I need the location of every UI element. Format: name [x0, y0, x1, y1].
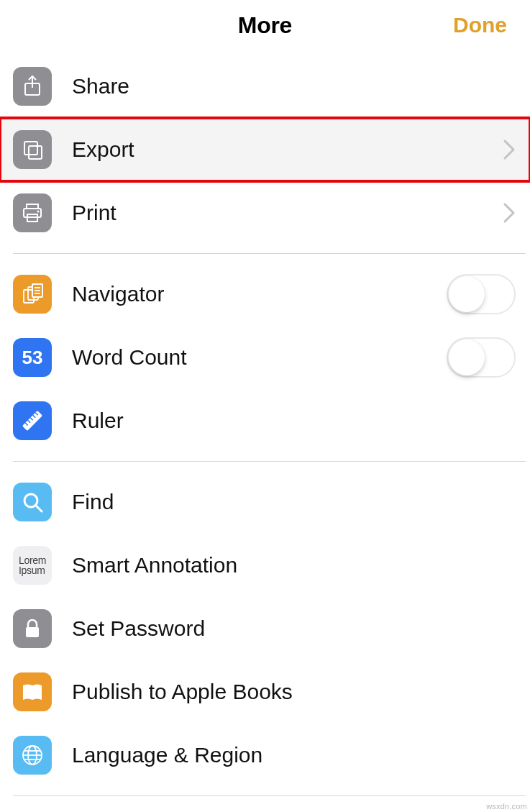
- page-title: More: [238, 12, 292, 39]
- row-ruler[interactable]: Ruler: [0, 389, 530, 452]
- row-language-label: Language & Region: [72, 743, 516, 767]
- divider: [13, 795, 526, 796]
- divider: [13, 461, 526, 462]
- toggle-word-count[interactable]: [447, 337, 516, 378]
- row-find[interactable]: Find: [0, 470, 530, 534]
- svg-rect-3: [29, 146, 42, 159]
- row-print[interactable]: Print: [0, 181, 530, 245]
- chevron-right-icon: [503, 139, 516, 160]
- row-smart-annotation-label: Smart Annotation: [72, 553, 516, 578]
- row-publish-label: Publish to Apple Books: [72, 680, 516, 704]
- export-icon: [13, 130, 52, 169]
- row-publish[interactable]: Publish to Apple Books: [0, 660, 530, 724]
- header: More Done: [0, 0, 530, 50]
- menu-list: Share Export Print: [0, 50, 530, 796]
- lorem-ipsum-icon-text: Lorem Ipsum: [16, 551, 49, 580]
- row-set-password[interactable]: Set Password: [0, 597, 530, 660]
- share-icon: [13, 67, 52, 106]
- smart-annotation-icon: Lorem Ipsum: [13, 546, 52, 585]
- book-icon: [13, 672, 52, 711]
- svg-rect-2: [24, 142, 37, 155]
- toggle-navigator[interactable]: [447, 274, 516, 314]
- row-export[interactable]: Export: [0, 118, 530, 181]
- svg-line-22: [36, 506, 42, 511]
- row-word-count[interactable]: 53 Word Count: [0, 326, 530, 389]
- row-export-label: Export: [72, 137, 503, 162]
- divider: [13, 253, 526, 254]
- chevron-right-icon: [503, 202, 516, 224]
- row-language[interactable]: Language & Region: [0, 724, 530, 787]
- ruler-icon: [13, 401, 52, 440]
- svg-rect-23: [26, 627, 39, 637]
- word-count-badge: 53: [22, 347, 43, 369]
- done-button[interactable]: Done: [453, 0, 507, 50]
- svg-point-7: [37, 211, 40, 213]
- navigator-icon: [13, 275, 52, 314]
- row-find-label: Find: [72, 490, 516, 514]
- find-icon: [13, 483, 52, 521]
- lock-icon: [13, 609, 52, 648]
- row-set-password-label: Set Password: [72, 616, 516, 641]
- row-word-count-label: Word Count: [72, 345, 447, 370]
- row-navigator-label: Navigator: [72, 282, 447, 306]
- row-navigator[interactable]: Navigator: [0, 263, 530, 326]
- row-ruler-label: Ruler: [72, 409, 516, 433]
- watermark: wsxdn.com: [486, 802, 527, 811]
- print-icon: [13, 193, 52, 232]
- row-smart-annotation[interactable]: Lorem Ipsum Smart Annotation: [0, 534, 530, 597]
- svg-rect-5: [24, 209, 41, 217]
- row-print-label: Print: [72, 201, 503, 225]
- row-share-label: Share: [72, 74, 516, 99]
- word-count-icon: 53: [13, 338, 52, 377]
- globe-icon: [13, 736, 52, 775]
- svg-rect-15: [22, 411, 42, 431]
- row-share[interactable]: Share: [0, 55, 530, 118]
